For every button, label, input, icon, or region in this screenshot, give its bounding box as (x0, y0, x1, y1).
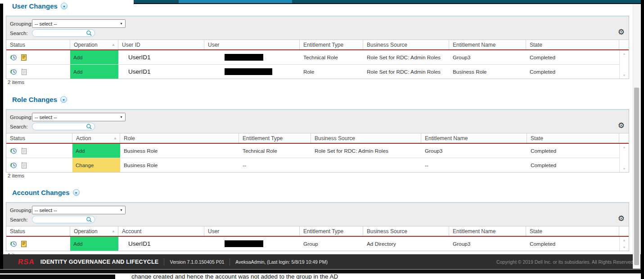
table-body: AddBusiness RoleTechnical RoleRole Set f… (6, 144, 629, 172)
column-header-label: Status (10, 228, 67, 235)
footer-divider (230, 258, 230, 266)
table-cell: Completed (526, 65, 619, 79)
column-header-entitlement-type[interactable]: Entitlement Type (300, 226, 363, 236)
section-title-user-changes: User Changes ▼ (12, 1, 68, 11)
scroll-up-icon[interactable]: ▲ (623, 52, 626, 55)
column-header-status[interactable]: Status (6, 226, 70, 236)
scroll-up-icon[interactable]: ▲ (623, 239, 626, 242)
table-cell: Change (72, 158, 120, 172)
scroll-down-icon[interactable]: ▼ (623, 74, 626, 77)
search-input[interactable] (36, 124, 82, 129)
column-header-user[interactable]: User (204, 40, 300, 49)
collapse-chevron-icon[interactable]: ▼ (60, 96, 67, 103)
grouping-select[interactable]: -- select -- ▼ (32, 19, 126, 28)
column-header-label: User ID (122, 42, 201, 48)
column-header-label: Business Source (367, 228, 446, 235)
search-input[interactable] (36, 31, 82, 36)
column-header-status[interactable]: Status (6, 133, 72, 143)
column-header-state[interactable]: State (527, 133, 619, 143)
table-header-row: StatusAction▲RoleEntitlement TypeBusines… (6, 133, 629, 144)
status-sync-icon[interactable] (10, 54, 17, 61)
search-icon[interactable] (86, 124, 92, 130)
top-scrollbar-thumb[interactable] (179, 0, 292, 3)
page-scrollbar-thumb[interactable] (634, 88, 639, 265)
column-header-business-source[interactable]: Business Source (363, 40, 449, 49)
column-header-user-id[interactable]: User ID (118, 40, 204, 49)
table-cell: Ad Directory (363, 237, 449, 251)
items-count: 2 items (8, 173, 24, 178)
status-sync-icon[interactable] (10, 240, 17, 248)
search-box (32, 29, 95, 37)
search-icon[interactable] (86, 30, 92, 36)
status-sync-icon[interactable] (10, 68, 17, 75)
collapse-chevron-icon[interactable]: ▼ (73, 189, 80, 196)
status-sync-icon[interactable] (10, 147, 17, 155)
status-cell (6, 65, 70, 79)
column-header-entitlement-name[interactable]: Entitlement Name (421, 133, 527, 143)
column-header-state[interactable]: State (526, 40, 619, 49)
column-header-role[interactable]: Role (120, 133, 239, 143)
user-changes-toolbar: Grouping: -- select -- ▼ Search: ⚙ (6, 16, 629, 40)
search-icon[interactable] (86, 217, 92, 223)
column-header-account[interactable]: Account (118, 226, 204, 236)
column-header-label: Entitlement Type (303, 42, 360, 48)
redacted-value (225, 68, 272, 75)
column-header-operation[interactable]: Operation▲ (70, 40, 118, 49)
status-sync-icon[interactable] (10, 162, 17, 169)
table-cell: Group3 (449, 50, 526, 64)
table-cell: Add (70, 50, 118, 64)
new-document-icon[interactable] (20, 162, 27, 169)
column-header-label: Entitlement Type (303, 228, 360, 235)
search-input[interactable] (36, 217, 82, 222)
column-header-operation[interactable]: Operation▲ (70, 226, 118, 236)
column-header-label: Status (10, 135, 69, 142)
table-cell: Technical Role (239, 144, 311, 158)
table-cell: Role Set for RDC: Admin Roles (363, 50, 449, 64)
column-header-label: Entitlement Name (453, 228, 523, 235)
column-header-action[interactable]: Action▲ (72, 133, 120, 143)
column-header-business-source[interactable]: Business Source (363, 226, 449, 236)
column-header-user[interactable]: User (204, 226, 300, 236)
footer-bar: RSA IDENTITY GOVERNANCE AND LIFECYCLE Ve… (0, 254, 641, 269)
select-caret-icon: ▼ (120, 115, 123, 119)
top-scrollbar-track (134, 0, 641, 3)
grouping-select[interactable]: -- select -- ▼ (32, 113, 126, 121)
gear-icon[interactable]: ⚙ (618, 122, 625, 129)
column-header-entitlement-type[interactable]: Entitlement Type (239, 133, 311, 143)
select-caret-icon: ▼ (120, 208, 123, 212)
grouping-select[interactable]: -- select -- ▼ (32, 206, 126, 214)
changelog-note-icon[interactable] (20, 54, 27, 61)
grouping-row: Grouping: -- select -- ▼ (10, 113, 126, 121)
page-title: Account Changes (12, 188, 70, 197)
collapse-chevron-icon[interactable]: ▼ (61, 3, 68, 9)
table-cell: UserID1 (118, 237, 204, 251)
table-cell: Add (70, 237, 118, 251)
table-cell (204, 237, 300, 251)
changelog-note-icon[interactable] (20, 240, 27, 248)
column-header-state[interactable]: State (526, 226, 619, 236)
scroll-down-icon[interactable]: ▼ (623, 246, 626, 249)
gear-icon[interactable]: ⚙ (618, 28, 625, 36)
scroll-down-icon[interactable]: ▼ (623, 167, 626, 170)
scroll-up-icon[interactable]: ▲ (623, 146, 626, 149)
column-header-entitlement-name[interactable]: Entitlement Name (449, 226, 526, 236)
table-cell: Completed (526, 237, 619, 251)
table-row: AddUserID1RoleRole Set for RDC: Admin Ro… (6, 64, 619, 79)
table-cell: Add (72, 144, 120, 158)
column-header-status[interactable]: Status (6, 40, 70, 49)
account-changes-toolbar: Grouping: -- select -- ▼ Search: ⚙ (6, 203, 629, 226)
column-header-business-source[interactable]: Business Source (311, 133, 421, 143)
gear-icon[interactable]: ⚙ (618, 215, 625, 222)
table-cell: -- (239, 158, 311, 172)
column-header-entitlement-name[interactable]: Entitlement Name (449, 40, 526, 49)
status-cell (6, 144, 72, 158)
table-body: AddUserID1GroupAd DirectoryGroup3Complet… (6, 237, 629, 251)
column-header-label: Business Source (315, 135, 418, 142)
new-document-icon[interactable] (20, 147, 27, 155)
table-cell: Group3 (449, 237, 526, 251)
search-label: Search: (10, 124, 32, 129)
column-header-entitlement-type[interactable]: Entitlement Type (300, 40, 363, 49)
table-header-row: StatusOperation▲User IDUserEntitlement T… (6, 40, 629, 50)
new-document-icon[interactable] (20, 68, 27, 75)
bottom-redaction-block (0, 275, 115, 279)
